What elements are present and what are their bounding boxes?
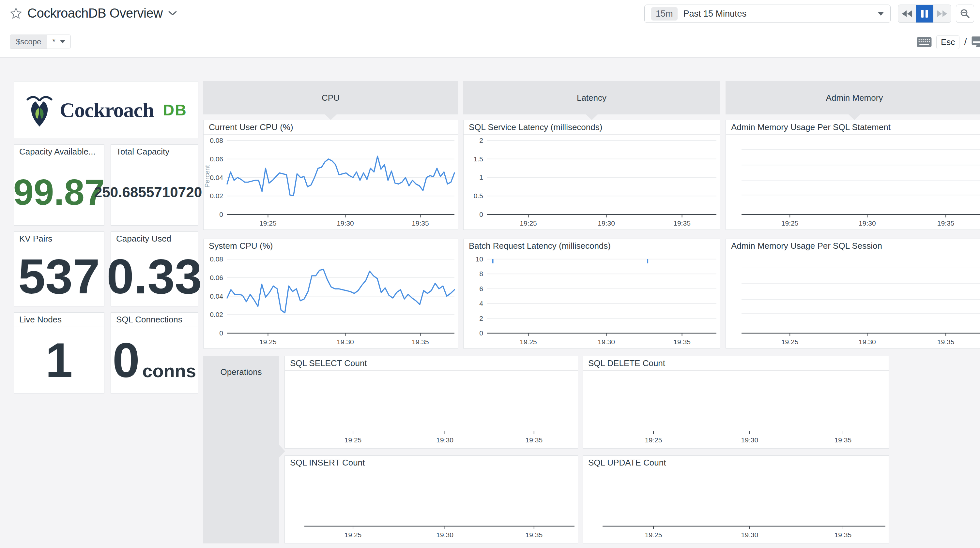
svg-text:19:35: 19:35: [937, 338, 955, 346]
time-range-label: Past 15 Minutes: [684, 9, 872, 19]
rewind-button[interactable]: [898, 5, 916, 22]
group-tail: [325, 114, 337, 120]
chart-sql-select-count[interactable]: SQL SELECT Count 19:2519:3019:35: [285, 356, 578, 449]
chart-system-cpu[interactable]: System CPU (%) 0.080.060.040.02019:2519:…: [203, 238, 458, 348]
chevron-down-icon[interactable]: [168, 10, 177, 16]
logo-db-text: DB: [163, 101, 187, 119]
group-title: Latency: [577, 93, 606, 103]
svg-text:19:35: 19:35: [673, 219, 690, 227]
stat-value: 0conns: [113, 336, 196, 385]
group-header-operations[interactable]: Operations: [203, 356, 279, 543]
svg-text:19:35: 19:35: [525, 531, 543, 538]
scope-value[interactable]: *: [47, 35, 70, 49]
group-header-admin-memory[interactable]: Admin Memory: [725, 81, 980, 114]
tv-mode-icon[interactable]: [972, 36, 980, 48]
time-range-badge: 15m: [651, 7, 678, 21]
chart-sql-delete-count[interactable]: SQL DELETE Count 19:2519:3019:35: [583, 356, 889, 449]
chart-plot[interactable]: 19:2519:3019:35: [726, 254, 980, 348]
cockroachdb-logo-card[interactable]: Cockroach DB: [14, 81, 198, 139]
chart-sql-update-count[interactable]: SQL UPDATE Count 19:2519:3019:35: [583, 456, 889, 543]
fast-forward-button[interactable]: [933, 5, 951, 22]
group-tail: [848, 114, 861, 120]
time-range-selector[interactable]: 15m Past 15 Minutes: [644, 5, 891, 23]
scope-template-dropdown[interactable]: $scope *: [10, 35, 71, 49]
group-title: CPU: [322, 93, 340, 103]
stat-unit: conns: [142, 362, 196, 380]
svg-text:19:30: 19:30: [598, 219, 615, 227]
cockroach-bug-icon: [25, 93, 54, 127]
chart-current-user-cpu[interactable]: Current User CPU (%) 0.080.060.040.02019…: [203, 120, 458, 230]
group-header-latency[interactable]: Latency: [463, 81, 720, 114]
stat-card-total-capacity[interactable]: Total Capacity 250.6855710720GB: [111, 145, 198, 226]
svg-text:0: 0: [479, 211, 483, 218]
stat-value: 1: [45, 336, 72, 385]
group-title: Operations: [203, 367, 279, 377]
stat-card-kv-pairs[interactable]: KV Pairs 537: [14, 232, 104, 307]
esc-button[interactable]: Esc: [936, 35, 959, 49]
chart-plot[interactable]: 19:2519:3019:35: [583, 371, 889, 448]
page-title: CockroachDB Overview: [27, 6, 163, 21]
svg-text:2: 2: [479, 137, 483, 144]
svg-text:2: 2: [479, 315, 483, 322]
svg-text:19:30: 19:30: [598, 338, 615, 346]
chart-admin-memory-session[interactable]: Admin Memory Usage Per SQL Session 19:25…: [725, 238, 980, 348]
chart-sql-insert-count[interactable]: SQL INSERT Count 19:2519:3019:35: [285, 456, 578, 543]
chart-plot[interactable]: 108642019:2519:3019:35: [464, 254, 720, 348]
svg-text:6: 6: [479, 285, 483, 292]
svg-text:0.08: 0.08: [210, 137, 223, 144]
svg-text:19:35: 19:35: [412, 219, 429, 227]
logo-wordmark: Cockroach: [60, 98, 154, 122]
scope-value-text: *: [52, 37, 55, 46]
svg-text:0: 0: [479, 329, 483, 337]
svg-text:19:25: 19:25: [520, 219, 537, 227]
stat-card-live-nodes[interactable]: Live Nodes 1: [14, 312, 104, 394]
chart-plot[interactable]: 19:2519:3019:35: [285, 470, 578, 543]
stat-card-capacity-used[interactable]: Capacity Used 0.33: [111, 232, 198, 307]
chart-title: Batch Request Latency (milliseconds): [464, 239, 720, 253]
header-right-tools: Esc /: [917, 34, 980, 50]
svg-text:1: 1: [479, 173, 483, 181]
chart-title: Current User CPU (%): [204, 120, 458, 135]
pause-button[interactable]: [916, 5, 933, 22]
dashboard-page: CockroachDB Overview 15m Past 15 Minutes…: [0, 0, 980, 548]
group-title: Admin Memory: [826, 93, 883, 103]
svg-text:4: 4: [479, 300, 483, 307]
svg-text:19:25: 19:25: [345, 436, 362, 444]
favorite-star-icon[interactable]: [10, 7, 22, 19]
chart-title: Admin Memory Usage Per SQL Session: [726, 239, 980, 253]
chart-title: SQL INSERT Count: [285, 456, 578, 470]
chart-title: SQL Service Latency (milliseconds): [464, 120, 720, 135]
svg-text:10: 10: [476, 255, 483, 263]
svg-text:0.02: 0.02: [210, 192, 223, 200]
svg-text:0.06: 0.06: [210, 274, 223, 281]
stat-title: Live Nodes: [14, 313, 104, 327]
svg-text:19:35: 19:35: [835, 436, 852, 444]
keyboard-icon[interactable]: [917, 37, 932, 47]
svg-text:19:30: 19:30: [741, 531, 759, 538]
group-header-cpu[interactable]: CPU: [203, 81, 458, 114]
stat-value: 0.33: [107, 252, 202, 301]
chart-plot[interactable]: 0.080.060.040.02019:2519:3019:35Percent: [204, 135, 458, 229]
chart-title: SQL DELETE Count: [583, 356, 889, 371]
svg-text:19:25: 19:25: [781, 338, 799, 346]
dropdown-arrow-icon: [60, 40, 65, 43]
chart-plot[interactable]: 19:2519:3019:35: [726, 135, 980, 229]
chart-plot[interactable]: 19:2519:3019:35: [285, 371, 578, 448]
chart-plot[interactable]: 19:2519:3019:35: [583, 470, 889, 543]
stat-card-sql-connections[interactable]: SQL Connections 0conns: [111, 312, 198, 394]
svg-text:0.04: 0.04: [210, 292, 223, 300]
chart-batch-request-latency[interactable]: Batch Request Latency (milliseconds) 108…: [463, 238, 720, 348]
svg-text:19:25: 19:25: [345, 531, 362, 538]
svg-text:19:25: 19:25: [520, 338, 537, 346]
chart-sql-service-latency[interactable]: SQL Service Latency (milliseconds) 21.51…: [463, 120, 720, 230]
svg-text:0.06: 0.06: [210, 155, 223, 163]
svg-text:19:35: 19:35: [937, 219, 955, 227]
stat-card-capacity-available[interactable]: Capacity Available... 99.87: [14, 145, 104, 226]
svg-text:19:25: 19:25: [259, 219, 277, 227]
stat-title: Capacity Used: [111, 232, 198, 246]
chart-plot[interactable]: 21.510.5019:2519:3019:35: [464, 135, 720, 229]
dashboard-title-row: CockroachDB Overview: [10, 6, 177, 21]
zoom-out-button[interactable]: [956, 5, 974, 23]
chart-admin-memory-statement[interactable]: Admin Memory Usage Per SQL Statement 19:…: [725, 120, 980, 230]
chart-plot[interactable]: 0.080.060.040.02019:2519:3019:35: [204, 254, 458, 348]
